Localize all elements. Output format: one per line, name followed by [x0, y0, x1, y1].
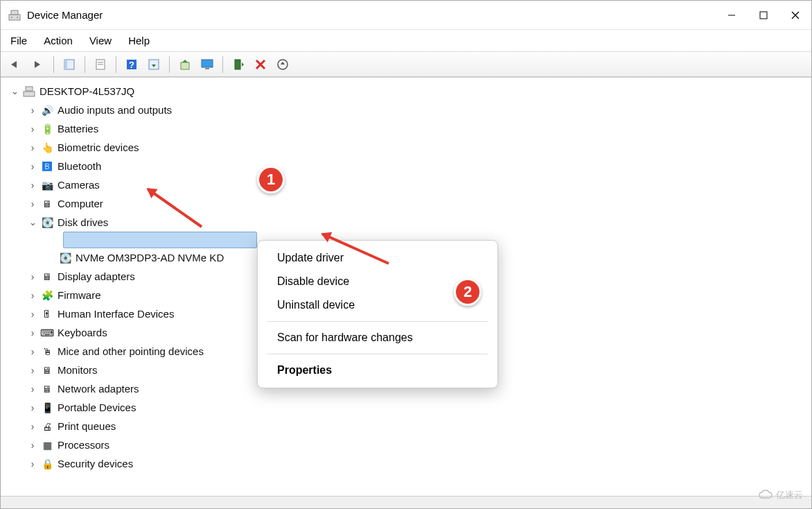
properties-button[interactable]	[91, 55, 110, 74]
device-category-icon: ▦	[41, 439, 53, 451]
svg-point-2	[11, 17, 12, 18]
svg-rect-19	[181, 62, 189, 69]
tree-item[interactable]: 📱Portable Devices	[6, 398, 811, 417]
expand-arrow-icon[interactable]	[9, 86, 20, 97]
device-category-icon: 🔊	[41, 104, 53, 117]
app-icon	[8, 8, 21, 22]
toolbar-separator	[169, 56, 170, 73]
expand-arrow-icon[interactable]	[27, 346, 38, 357]
enable-device-button[interactable]	[229, 55, 248, 74]
expand-arrow-icon[interactable]	[27, 161, 38, 172]
expand-arrow-icon[interactable]	[27, 421, 38, 432]
tree-item-label: Computer	[56, 197, 105, 210]
menu-file[interactable]: File	[10, 35, 27, 46]
toolbar-separator	[116, 56, 116, 73]
context-separator	[267, 321, 488, 322]
svg-marker-24	[242, 62, 244, 67]
expand-arrow-icon[interactable]	[27, 142, 38, 153]
expand-arrow-icon[interactable]	[27, 383, 38, 395]
remove-device-button[interactable]	[251, 55, 270, 74]
annotation-callout-2: 2	[454, 278, 482, 306]
device-category-icon: 🎚	[41, 308, 53, 320]
context-menu: Update driver Disable device Uninstall d…	[257, 240, 498, 388]
menu-help[interactable]: Help	[128, 35, 150, 46]
device-category-icon: 🖥	[41, 198, 53, 210]
expand-arrow-icon[interactable]	[27, 309, 38, 320]
tree-item-label: Human Interface Devices	[56, 307, 175, 320]
expand-arrow-icon[interactable]	[27, 180, 38, 191]
tree-root[interactable]: DESKTOP-4L537JQ	[6, 82, 811, 101]
menu-view[interactable]: View	[89, 35, 112, 46]
minimize-button[interactable]	[716, 1, 748, 30]
expand-arrow-icon[interactable]	[27, 290, 38, 301]
expand-arrow-icon[interactable]	[27, 365, 38, 376]
expand-arrow-icon[interactable]	[27, 217, 38, 228]
expand-arrow-icon[interactable]	[27, 105, 38, 116]
window-title: Device Manager	[27, 9, 103, 21]
scan-hardware-button[interactable]	[273, 55, 292, 74]
watermark-text: 亿速云	[776, 489, 803, 501]
expand-arrow-icon[interactable]	[27, 327, 38, 338]
toolbar-separator	[222, 56, 223, 73]
expand-arrow-icon[interactable]	[27, 271, 38, 282]
expand-arrow-icon[interactable]	[27, 123, 38, 135]
horizontal-scrollbar[interactable]	[1, 496, 811, 508]
svg-marker-9	[35, 61, 40, 68]
tree-item-label: Cameras	[56, 178, 101, 191]
tree-item[interactable]: 🅱Bluetooth	[6, 157, 811, 175]
menu-action[interactable]: Action	[44, 35, 73, 46]
forward-button[interactable]	[28, 55, 48, 74]
tree-item-label: NVMe OM3PDP3-AD NVMe KD	[74, 251, 225, 264]
tree-item[interactable]: 🔋Batteries	[6, 119, 811, 138]
context-separator	[267, 354, 488, 354]
tree-item[interactable]: 💽Disk drives	[6, 213, 811, 232]
window-controls	[716, 1, 811, 30]
tree-item[interactable]: 🖨Print queues	[6, 417, 811, 435]
menubar: File Action View Help	[1, 30, 811, 52]
expand-arrow-icon[interactable]	[27, 458, 38, 469]
maximize-button[interactable]	[748, 1, 779, 30]
tree-item-label: Keyboards	[56, 326, 109, 339]
showhide-console-button[interactable]	[60, 55, 79, 74]
tree-item-label: Firmware	[56, 288, 103, 302]
context-scan-hardware[interactable]: Scan for hardware changes	[258, 326, 497, 350]
svg-rect-5	[760, 12, 767, 19]
device-category-icon: 📷	[41, 179, 53, 191]
tree-item[interactable]: 👆Biometric devices	[6, 138, 811, 157]
svg-marker-20	[182, 60, 188, 62]
monitor-button[interactable]	[197, 55, 217, 74]
tree-item-selected[interactable]	[63, 232, 257, 248]
annotation-callout-1: 1	[257, 166, 285, 193]
context-properties[interactable]: Properties	[258, 359, 497, 382]
update-driver-button[interactable]	[175, 55, 195, 74]
tree-item-label: Monitors	[56, 363, 99, 377]
tree-item-label: Network adapters	[56, 382, 141, 395]
tree-item-label: Portable Devices	[56, 401, 137, 414]
device-category-icon: 🖥	[41, 270, 53, 283]
svg-marker-28	[281, 62, 285, 64]
tree-item-label: Mice and other pointing devices	[56, 345, 205, 358]
expand-arrow-icon[interactable]	[27, 440, 38, 451]
expand-arrow-icon[interactable]	[27, 402, 38, 413]
help-button[interactable]: ?	[122, 55, 141, 74]
tree-item-label: Bluetooth	[56, 159, 103, 173]
svg-text:?: ?	[129, 60, 134, 70]
view-options-button[interactable]	[144, 55, 164, 74]
tree-item[interactable]: 🔒Security devices	[6, 454, 811, 473]
tree-item[interactable]: 🔊Audio inputs and outputs	[6, 101, 811, 119]
device-category-icon: ⌨	[41, 327, 53, 339]
close-button[interactable]	[779, 1, 811, 30]
device-category-icon: 🔋	[41, 123, 53, 135]
device-category-icon: 👆	[41, 141, 53, 154]
svg-rect-23	[235, 60, 240, 69]
svg-point-3	[17, 17, 18, 18]
tree-item[interactable]: ▦Processors	[6, 435, 811, 454]
svg-rect-30	[26, 87, 33, 91]
window: Device Manager File Action View Help ?	[0, 0, 812, 509]
back-button[interactable]	[6, 55, 26, 74]
toolbar-separator	[53, 56, 54, 73]
device-category-icon: 🧩	[41, 289, 53, 302]
tree-item[interactable]: 📷Cameras	[6, 175, 811, 194]
tree-item[interactable]: 🖥Computer	[6, 194, 811, 213]
expand-arrow-icon[interactable]	[27, 198, 38, 209]
